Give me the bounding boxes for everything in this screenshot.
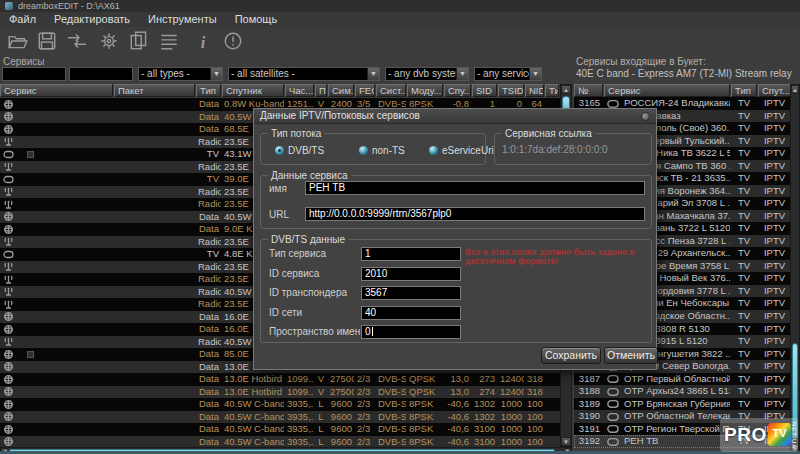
column-header-2[interactable]: Тип	[196, 84, 221, 97]
bouquet-column-header-1[interactable]: Сервис	[604, 84, 730, 97]
package-filter-input[interactable]	[69, 67, 133, 81]
table-row[interactable]: Data40.5W C-band ...3935,...L96002/3DVB-…	[0, 411, 560, 424]
bouquet-row[interactable]: 3188ОТР Архыз24 3865 L 5130TVIPTV	[574, 385, 792, 398]
save-button[interactable]: Сохранить	[541, 347, 601, 364]
service-id-field[interactable]: 2010	[361, 267, 461, 281]
cell: 3935,...	[285, 398, 314, 411]
chevron-down-icon[interactable]: ▼	[456, 68, 468, 80]
service-type: TV	[731, 335, 757, 348]
service-type: TV	[731, 135, 757, 148]
network-id-field[interactable]: 40	[361, 306, 461, 320]
column-header-14[interactable]: Тип	[545, 84, 559, 97]
service-data-label: Данные сервиса	[268, 170, 351, 181]
service-type: TV	[731, 147, 757, 160]
cell: 13.0E Hotbird ...	[222, 386, 284, 399]
column-header-0[interactable]: Сервис	[0, 84, 113, 97]
radio-icon	[3, 287, 14, 296]
cell: Data	[196, 98, 221, 111]
settings-icon[interactable]	[98, 31, 120, 51]
cell: DVB-S2	[376, 423, 406, 436]
column-header-9[interactable]: Моду...	[407, 84, 443, 97]
service-type: TV	[731, 285, 757, 298]
bouquet-column-header-3[interactable]: Спут...	[758, 84, 791, 97]
transponder-id-field[interactable]: 3567	[361, 286, 461, 300]
service-type-filter-select[interactable]: - any service -▼	[474, 67, 542, 81]
service-sat: IPTV	[758, 247, 791, 260]
bouquet-row[interactable]: 3187ОТР Первый Областной Ор...TVIPTV	[574, 373, 792, 386]
scroll-up-icon[interactable]: ▲	[791, 85, 799, 94]
list-icon[interactable]	[158, 31, 180, 51]
column-header-3[interactable]: Спутник	[222, 84, 284, 97]
scroll-down-icon[interactable]: ▼	[561, 437, 571, 446]
radio-dvb-ts[interactable]	[275, 146, 284, 155]
cell: Radio	[196, 161, 221, 174]
toolbar: i	[0, 28, 800, 55]
chevron-down-icon[interactable]: ▼	[367, 68, 379, 80]
cell: DVB-S2	[376, 411, 406, 424]
transfer-icon[interactable]	[66, 31, 88, 51]
save-icon[interactable]	[36, 31, 58, 51]
table-row[interactable]: Data40.5W C-band ...3935,...L96002/3DVB-…	[0, 423, 560, 436]
cell: Data	[196, 223, 221, 236]
cell: Data	[196, 111, 221, 124]
open-icon[interactable]	[7, 31, 29, 51]
menu-0[interactable]: Файл	[0, 12, 45, 26]
url-field[interactable]: http://0.0.0.0:9999/rtrn/3567plp0	[305, 207, 645, 221]
cell: 9600	[328, 411, 354, 424]
column-header-6[interactable]: Сим...	[328, 84, 354, 97]
bouquet-column-header-2[interactable]: Тип	[731, 84, 757, 97]
service-sat: IPTV	[758, 260, 791, 273]
services-panel-title: Сервисы	[3, 56, 44, 67]
cell: Data	[196, 361, 221, 374]
satellite-filter-select[interactable]: - all satellites -▼	[228, 67, 380, 81]
about-icon[interactable]	[222, 31, 244, 51]
menu-1[interactable]: Редактировать	[45, 12, 139, 26]
table-row[interactable]: Data40.5W C-band ...3935,...L96002/3DVB-…	[0, 398, 560, 411]
copy-icon[interactable]	[128, 31, 150, 51]
menu-2[interactable]: Инструменты	[139, 12, 226, 26]
right-vertical-scrollbar[interactable]: ▲ ▼	[790, 84, 800, 454]
service-sat: IPTV	[758, 398, 791, 411]
radio-label: eServiceUri	[442, 145, 494, 156]
menu-3[interactable]: Помощь	[226, 12, 287, 26]
dvb-system-filter-select[interactable]: - any dvb system -▼	[385, 67, 469, 81]
column-header-11[interactable]: SID	[472, 84, 497, 97]
cancel-button[interactable]: Отменить	[604, 347, 658, 364]
column-header-5[interactable]: П...	[315, 84, 327, 97]
service-sat: IPTV	[758, 360, 791, 373]
chevron-down-icon[interactable]: ▼	[529, 68, 541, 80]
bouquet-table-header: №СервисТипСпут...	[574, 84, 792, 97]
service-sat: IPTV	[758, 160, 791, 173]
service-type-field[interactable]: 1	[361, 247, 461, 261]
column-header-12[interactable]: TSID	[498, 84, 524, 97]
cell: 8PSK	[407, 398, 443, 411]
column-header-10[interactable]: Спу...	[444, 84, 471, 97]
info-icon[interactable]: i	[192, 31, 214, 51]
namespace-field[interactable]: 0	[361, 325, 461, 339]
radio-eserviceuri[interactable]	[429, 146, 438, 155]
cell: Data	[196, 411, 221, 424]
cell: 2/3	[355, 386, 375, 399]
cell: L	[315, 411, 327, 424]
cell: Radio	[196, 286, 221, 299]
bouquet-row[interactable]: 3189ОТР Брянская Губерния 387...TVIPTV	[574, 398, 792, 411]
table-row[interactable]: Data13.0E Hotbird ...1099...V275002/3DVB…	[0, 373, 560, 386]
sd-badge-icon	[607, 99, 619, 108]
name-field[interactable]: РЕН ТВ	[305, 181, 645, 195]
column-header-7[interactable]: FEC	[355, 84, 375, 97]
column-header-4[interactable]: Час...	[285, 84, 314, 97]
type-filter-select[interactable]: - all types -▼	[138, 67, 223, 81]
close-icon[interactable]	[641, 112, 650, 121]
service-sat: IPTV	[758, 122, 791, 135]
table-row[interactable]: Data13.0E Hotbird ...1099...V275002/3DVB…	[0, 386, 560, 399]
column-header-1[interactable]: Пакет	[114, 84, 195, 97]
data-icon	[3, 400, 14, 409]
column-header-8[interactable]: Сист...	[376, 84, 406, 97]
bouquet-column-header-0[interactable]: №	[574, 84, 603, 97]
radio-non-ts[interactable]	[359, 146, 368, 155]
chevron-down-icon[interactable]: ▼	[210, 68, 222, 80]
service-filter-input[interactable]	[2, 67, 66, 81]
column-header-13[interactable]: NID	[525, 84, 544, 97]
scroll-up-icon[interactable]: ▲	[561, 85, 571, 94]
radio-icon	[3, 162, 14, 171]
